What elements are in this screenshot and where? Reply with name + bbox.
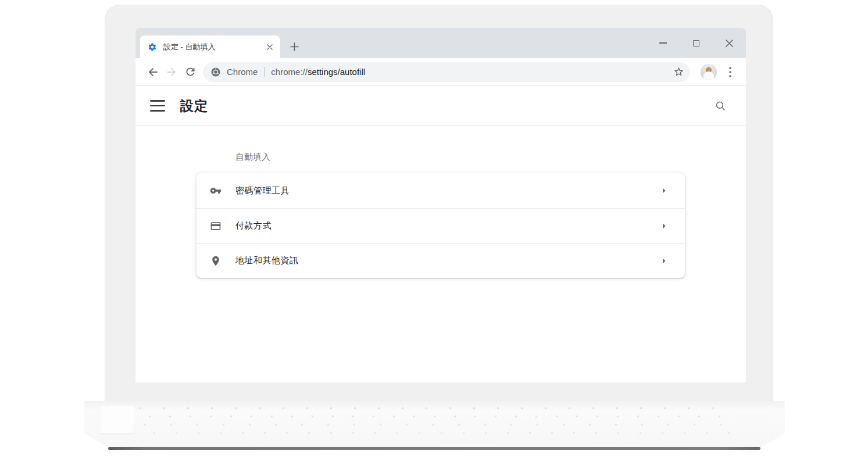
reload-button[interactable] [181,63,199,81]
laptop-base [84,401,785,448]
add-tab-icon [290,42,299,51]
omnibox-separator [264,67,265,77]
maximize-button[interactable] [680,28,713,58]
tab-strip: 設定 - 自動填入 [135,28,746,58]
settings-page: 設定 自動填入 [135,86,746,382]
laptop-lid: 設定 - 自動填入 [105,5,773,401]
address-bar[interactable]: Chrome chrome://settings/autofill [203,62,690,82]
laptop-shadow [108,447,760,450]
browser-window: 設定 - 自動填入 [135,28,746,382]
back-button[interactable] [144,63,162,81]
keyboard-key [101,406,134,434]
hamburger-menu-icon [150,100,165,102]
profile-avatar[interactable] [701,64,717,80]
close-icon [726,40,733,47]
window-controls [646,28,746,58]
arrow-right-icon [658,255,670,267]
url-path: settings/autofill [308,67,365,77]
chrome-logo-icon [210,67,221,77]
row-label: 付款方式 [235,220,272,231]
forward-button[interactable] [162,63,181,81]
autofill-card: 密碼管理工具 [197,173,685,278]
credit-card-icon [210,220,222,232]
minimize-icon [659,42,667,44]
laptop-mockup: 設定 - 自動填入 [0,0,868,458]
location-pin-icon [210,255,222,267]
tab-settings-autofill[interactable]: 設定 - 自動填入 [140,35,280,58]
search-button[interactable] [710,96,730,116]
gear-icon [148,42,157,52]
main-menu-button[interactable] [150,100,165,112]
browser-menu-button[interactable] [721,63,739,81]
new-tab-button[interactable] [287,39,302,55]
kebab-menu-icon [729,67,731,77]
row-payment-methods[interactable]: 付款方式 [197,208,685,243]
row-addresses[interactable]: 地址和其他資訊 [197,243,685,278]
laptop-screen: 設定 - 自動填入 [135,28,746,382]
arrow-right-icon [658,185,670,196]
tab-title: 設定 - 自動填入 [163,42,264,52]
search-icon [715,100,727,112]
url-scheme: chrome:// [271,67,308,77]
maximize-icon [693,40,699,46]
arrow-right-icon [658,220,670,232]
settings-content: 自動填入 密碼管理工具 [135,126,746,382]
browser-toolbar: Chrome chrome://settings/autofill [135,58,746,86]
reload-icon [184,66,197,78]
row-label: 地址和其他資訊 [235,255,299,266]
row-label: 密碼管理工具 [235,185,290,196]
keyboard [140,405,730,436]
row-password-manager[interactable]: 密碼管理工具 [197,173,685,208]
page-title: 設定 [180,97,208,115]
section-label: 自動填入 [235,152,270,163]
star-icon[interactable] [673,66,684,77]
forward-icon [165,66,178,78]
settings-header: 設定 [135,86,746,126]
minimize-button[interactable] [646,28,680,58]
window-close-button[interactable] [713,28,746,58]
back-icon [147,66,159,78]
url-text: chrome://settings/autofill [271,67,365,77]
tab-close-button[interactable] [264,41,276,53]
site-label: Chrome [227,67,258,77]
close-icon [267,44,273,50]
key-icon [210,185,222,196]
